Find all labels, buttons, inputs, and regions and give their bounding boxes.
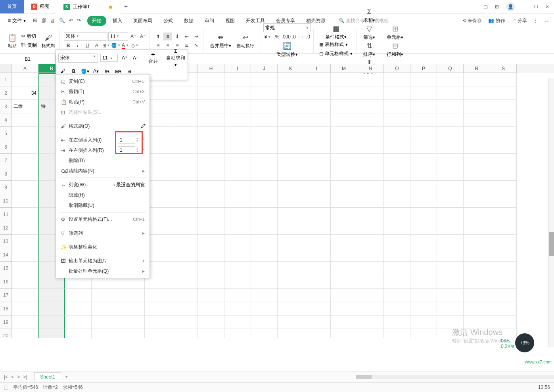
- cell[interactable]: [437, 289, 464, 302]
- cell[interactable]: [251, 154, 278, 167]
- cell[interactable]: [410, 235, 437, 248]
- cell[interactable]: [278, 208, 304, 221]
- cell[interactable]: [118, 302, 145, 316]
- cell[interactable]: [38, 329, 65, 338]
- cell[interactable]: [304, 73, 331, 86]
- col-header-R[interactable]: R: [464, 64, 490, 73]
- cell[interactable]: [251, 248, 278, 262]
- cell[interactable]: [304, 302, 331, 316]
- cell[interactable]: [437, 100, 464, 113]
- cell[interactable]: [384, 140, 410, 154]
- cell[interactable]: [437, 127, 464, 140]
- cell[interactable]: [357, 289, 384, 302]
- cell[interactable]: [198, 140, 224, 154]
- indent-inc-icon[interactable]: ⇥: [192, 33, 201, 40]
- cell[interactable]: [251, 275, 278, 289]
- row-header[interactable]: 12: [0, 221, 12, 235]
- cell[interactable]: [437, 167, 464, 181]
- cell[interactable]: [12, 73, 38, 86]
- copy-button[interactable]: ⿻ 复制: [20, 41, 38, 50]
- paste-button[interactable]: 📋粘贴: [6, 29, 19, 53]
- dec-dec-icon[interactable]: ←.0: [301, 33, 310, 41]
- home-tab[interactable]: 首页: [0, 0, 24, 13]
- type-convert-button[interactable]: 🔄类型转换▾: [263, 41, 311, 58]
- row-header[interactable]: 17: [0, 289, 12, 302]
- cell[interactable]: [464, 275, 490, 289]
- cell[interactable]: [331, 329, 357, 338]
- cell[interactable]: [357, 208, 384, 221]
- cell[interactable]: [384, 329, 410, 338]
- cell[interactable]: [278, 289, 304, 302]
- tab-formula[interactable]: 公式: [159, 16, 178, 26]
- cell[interactable]: [490, 248, 517, 262]
- cell[interactable]: [304, 140, 331, 154]
- fontcolor-button[interactable]: A▼: [121, 42, 130, 50]
- cell[interactable]: [224, 275, 251, 289]
- cell[interactable]: [278, 235, 304, 248]
- cell[interactable]: [224, 140, 251, 154]
- fillcolor-button[interactable]: 🪣▼: [111, 42, 120, 50]
- cell[interactable]: [490, 316, 517, 329]
- row-header[interactable]: 16: [0, 275, 12, 289]
- cell[interactable]: [92, 289, 118, 302]
- tab-layout[interactable]: 页面布局: [128, 16, 157, 26]
- cell[interactable]: [251, 167, 278, 181]
- cell[interactable]: [464, 127, 490, 140]
- cell[interactable]: [171, 329, 198, 338]
- col-header-A[interactable]: A: [12, 64, 38, 73]
- cell[interactable]: [410, 140, 437, 154]
- cell[interactable]: [384, 208, 410, 221]
- row-header[interactable]: 3: [0, 100, 12, 113]
- cell[interactable]: [251, 127, 278, 140]
- cell[interactable]: [410, 154, 437, 167]
- clearfmt-button[interactable]: ◇▼: [130, 42, 139, 50]
- cell[interactable]: [171, 208, 198, 221]
- cell[interactable]: [384, 100, 410, 113]
- cell[interactable]: [490, 154, 517, 167]
- cell[interactable]: [278, 127, 304, 140]
- cell[interactable]: [198, 167, 224, 181]
- font-select[interactable]: 宋体▼: [64, 32, 107, 41]
- cell[interactable]: [464, 100, 490, 113]
- cell[interactable]: [198, 262, 224, 275]
- cell[interactable]: [304, 275, 331, 289]
- cell[interactable]: [464, 194, 490, 208]
- align-center-icon[interactable]: ≡: [163, 41, 172, 49]
- preview-icon[interactable]: 🔍: [59, 18, 65, 23]
- cell[interactable]: [251, 140, 278, 154]
- row-header[interactable]: 6: [0, 140, 12, 154]
- cell[interactable]: [251, 181, 278, 194]
- cell[interactable]: [12, 302, 38, 316]
- speed-widget[interactable]: 73%: [515, 333, 534, 352]
- cell[interactable]: [12, 221, 38, 235]
- cell[interactable]: [251, 86, 278, 100]
- cell[interactable]: [171, 221, 198, 235]
- col-header-M[interactable]: M: [331, 64, 357, 73]
- cell[interactable]: [304, 100, 331, 113]
- cell[interactable]: [490, 73, 517, 86]
- cell[interactable]: 34: [12, 86, 38, 100]
- vertical-scrollbar[interactable]: [548, 78, 554, 347]
- row-header[interactable]: 13: [0, 235, 12, 248]
- rowcol-button[interactable]: ⊟行和列▾: [384, 41, 406, 58]
- sheet-tab[interactable]: Sheet1: [34, 372, 61, 381]
- cell[interactable]: [357, 316, 384, 329]
- cell[interactable]: [331, 221, 357, 235]
- cell[interactable]: [410, 329, 437, 338]
- cell[interactable]: [278, 248, 304, 262]
- cell[interactable]: [12, 154, 38, 167]
- increase-font-icon[interactable]: A⁺: [129, 33, 138, 40]
- number-format-select[interactable]: 常规▼: [263, 23, 311, 32]
- sheet-prev-icon[interactable]: <: [11, 374, 14, 380]
- row-header[interactable]: 9: [0, 181, 12, 194]
- ctx-clear[interactable]: ⌫清除内容(N)▸: [56, 166, 150, 176]
- cell[interactable]: [12, 140, 38, 154]
- cell[interactable]: [437, 194, 464, 208]
- insert-right-count[interactable]: 1: [118, 146, 135, 154]
- cell[interactable]: [357, 181, 384, 194]
- cell[interactable]: [171, 248, 198, 262]
- cell[interactable]: [464, 262, 490, 275]
- row-header[interactable]: 8: [0, 167, 12, 181]
- cell[interactable]: [171, 140, 198, 154]
- cell[interactable]: [331, 140, 357, 154]
